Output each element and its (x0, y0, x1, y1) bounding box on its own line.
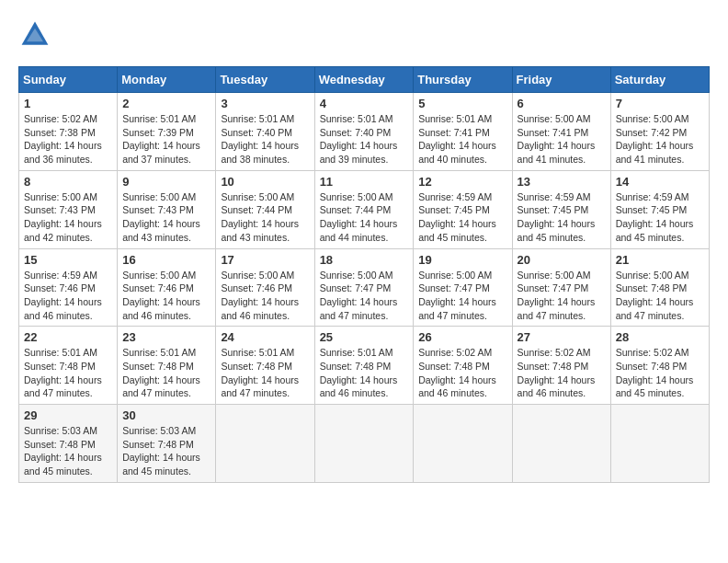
day-number: 2 (122, 97, 210, 110)
calendar-cell: 29 Sunrise: 5:03 AM Sunset: 7:48 PM Dayl… (19, 405, 118, 483)
day-info: Sunrise: 4:59 AM Sunset: 7:45 PM Dayligh… (616, 190, 704, 245)
day-number: 28 (616, 330, 704, 344)
calendar-cell: 18 Sunrise: 5:00 AM Sunset: 7:47 PM Dayl… (314, 248, 414, 327)
calendar-cell: 14 Sunrise: 4:59 AM Sunset: 7:45 PM Dayl… (610, 170, 709, 248)
calendar-cell: 21 Sunrise: 5:00 AM Sunset: 7:48 PM Dayl… (610, 248, 709, 327)
calendar-table: Sunday Monday Tuesday Wednesday Thursday… (18, 66, 710, 483)
calendar-cell (216, 405, 314, 483)
day-info: Sunrise: 5:01 AM Sunset: 7:39 PM Dayligh… (122, 112, 210, 167)
day-info: Sunrise: 5:01 AM Sunset: 7:40 PM Dayligh… (221, 112, 309, 167)
day-number: 12 (418, 175, 506, 189)
calendar-cell: 11 Sunrise: 5:00 AM Sunset: 7:44 PM Dayl… (314, 170, 414, 248)
calendar-cell (512, 405, 610, 483)
calendar-cell: 19 Sunrise: 5:00 AM Sunset: 7:47 PM Dayl… (414, 248, 512, 327)
day-info: Sunrise: 5:00 AM Sunset: 7:43 PM Dayligh… (122, 190, 210, 245)
calendar-cell (610, 405, 709, 483)
day-info: Sunrise: 5:02 AM Sunset: 7:48 PM Dayligh… (418, 346, 506, 400)
day-number: 26 (418, 330, 506, 344)
header-thursday: Thursday (414, 67, 512, 93)
header-sunday: Sunday (19, 67, 118, 93)
day-number: 17 (221, 253, 309, 267)
calendar-cell: 3 Sunrise: 5:01 AM Sunset: 7:40 PM Dayli… (216, 93, 314, 171)
calendar-cell: 15 Sunrise: 4:59 AM Sunset: 7:46 PM Dayl… (19, 248, 118, 327)
day-info: Sunrise: 5:02 AM Sunset: 7:48 PM Dayligh… (518, 346, 606, 400)
calendar-cell: 6 Sunrise: 5:00 AM Sunset: 7:41 PM Dayli… (512, 93, 610, 171)
day-info: Sunrise: 5:00 AM Sunset: 7:47 PM Dayligh… (418, 269, 506, 323)
day-number: 5 (418, 97, 506, 110)
header-friday: Friday (512, 67, 610, 93)
day-number: 18 (320, 253, 409, 267)
day-info: Sunrise: 5:02 AM Sunset: 7:38 PM Dayligh… (24, 112, 112, 167)
day-info: Sunrise: 5:03 AM Sunset: 7:48 PM Dayligh… (24, 424, 112, 478)
day-info: Sunrise: 5:00 AM Sunset: 7:48 PM Dayligh… (616, 269, 704, 323)
day-info: Sunrise: 4:59 AM Sunset: 7:45 PM Dayligh… (418, 190, 506, 245)
page-header (18, 18, 710, 52)
day-info: Sunrise: 5:00 AM Sunset: 7:44 PM Dayligh… (320, 190, 409, 245)
day-number: 1 (24, 97, 112, 110)
day-number: 7 (616, 97, 704, 110)
day-number: 29 (24, 408, 112, 422)
calendar-cell: 16 Sunrise: 5:00 AM Sunset: 7:46 PM Dayl… (118, 248, 216, 327)
day-number: 15 (24, 253, 112, 267)
calendar-cell: 22 Sunrise: 5:01 AM Sunset: 7:48 PM Dayl… (19, 327, 118, 405)
calendar-cell: 13 Sunrise: 4:59 AM Sunset: 7:45 PM Dayl… (512, 170, 610, 248)
calendar-cell: 24 Sunrise: 5:01 AM Sunset: 7:48 PM Dayl… (216, 327, 314, 405)
calendar-cell: 7 Sunrise: 5:00 AM Sunset: 7:42 PM Dayli… (610, 93, 709, 171)
calendar-cell: 1 Sunrise: 5:02 AM Sunset: 7:38 PM Dayli… (19, 93, 118, 171)
calendar-cell: 8 Sunrise: 5:00 AM Sunset: 7:43 PM Dayli… (19, 170, 118, 248)
day-info: Sunrise: 5:01 AM Sunset: 7:48 PM Dayligh… (320, 346, 409, 400)
day-number: 24 (221, 330, 309, 344)
logo-icon (18, 18, 51, 52)
calendar-cell: 20 Sunrise: 5:00 AM Sunset: 7:47 PM Dayl… (512, 248, 610, 327)
calendar-body: 1 Sunrise: 5:02 AM Sunset: 7:38 PM Dayli… (19, 93, 710, 483)
calendar-cell (314, 405, 414, 483)
day-number: 11 (320, 175, 409, 189)
day-info: Sunrise: 5:01 AM Sunset: 7:48 PM Dayligh… (221, 346, 309, 400)
calendar-cell: 28 Sunrise: 5:02 AM Sunset: 7:48 PM Dayl… (610, 327, 709, 405)
calendar-week-row: 1 Sunrise: 5:02 AM Sunset: 7:38 PM Dayli… (19, 93, 710, 171)
day-number: 8 (24, 175, 112, 189)
calendar-cell: 5 Sunrise: 5:01 AM Sunset: 7:41 PM Dayli… (414, 93, 512, 171)
calendar-cell: 12 Sunrise: 4:59 AM Sunset: 7:45 PM Dayl… (414, 170, 512, 248)
calendar-cell: 27 Sunrise: 5:02 AM Sunset: 7:48 PM Dayl… (512, 327, 610, 405)
calendar-cell: 25 Sunrise: 5:01 AM Sunset: 7:48 PM Dayl… (314, 327, 414, 405)
calendar-week-row: 15 Sunrise: 4:59 AM Sunset: 7:46 PM Dayl… (19, 248, 710, 327)
calendar-cell: 2 Sunrise: 5:01 AM Sunset: 7:39 PM Dayli… (118, 93, 216, 171)
calendar-header-row: Sunday Monday Tuesday Wednesday Thursday… (19, 67, 710, 93)
header-tuesday: Tuesday (216, 67, 314, 93)
day-info: Sunrise: 5:01 AM Sunset: 7:48 PM Dayligh… (24, 346, 112, 400)
day-info: Sunrise: 5:00 AM Sunset: 7:44 PM Dayligh… (221, 190, 309, 245)
day-info: Sunrise: 5:00 AM Sunset: 7:42 PM Dayligh… (616, 112, 704, 167)
day-info: Sunrise: 5:00 AM Sunset: 7:47 PM Dayligh… (320, 269, 409, 323)
day-info: Sunrise: 5:02 AM Sunset: 7:48 PM Dayligh… (616, 346, 704, 400)
day-number: 25 (320, 330, 409, 344)
day-number: 14 (616, 175, 704, 189)
day-number: 4 (320, 97, 409, 110)
header-wednesday: Wednesday (314, 67, 414, 93)
day-info: Sunrise: 5:01 AM Sunset: 7:41 PM Dayligh… (418, 112, 506, 167)
calendar-week-row: 29 Sunrise: 5:03 AM Sunset: 7:48 PM Dayl… (19, 405, 710, 483)
day-info: Sunrise: 5:00 AM Sunset: 7:43 PM Dayligh… (24, 190, 112, 245)
day-number: 23 (122, 330, 210, 344)
day-number: 10 (221, 175, 309, 189)
day-info: Sunrise: 5:00 AM Sunset: 7:41 PM Dayligh… (518, 112, 606, 167)
calendar-week-row: 22 Sunrise: 5:01 AM Sunset: 7:48 PM Dayl… (19, 327, 710, 405)
day-info: Sunrise: 5:00 AM Sunset: 7:46 PM Dayligh… (122, 269, 210, 323)
calendar-cell: 10 Sunrise: 5:00 AM Sunset: 7:44 PM Dayl… (216, 170, 314, 248)
day-number: 30 (122, 408, 210, 422)
calendar-cell: 17 Sunrise: 5:00 AM Sunset: 7:46 PM Dayl… (216, 248, 314, 327)
day-info: Sunrise: 5:01 AM Sunset: 7:40 PM Dayligh… (320, 112, 409, 167)
day-info: Sunrise: 4:59 AM Sunset: 7:46 PM Dayligh… (24, 269, 112, 323)
day-number: 3 (221, 97, 309, 110)
day-info: Sunrise: 5:00 AM Sunset: 7:47 PM Dayligh… (518, 269, 606, 323)
day-info: Sunrise: 5:03 AM Sunset: 7:48 PM Dayligh… (122, 424, 210, 478)
logo (18, 18, 55, 52)
calendar-cell: 26 Sunrise: 5:02 AM Sunset: 7:48 PM Dayl… (414, 327, 512, 405)
header-saturday: Saturday (610, 67, 709, 93)
calendar-cell: 23 Sunrise: 5:01 AM Sunset: 7:48 PM Dayl… (118, 327, 216, 405)
day-number: 27 (518, 330, 606, 344)
day-number: 13 (518, 175, 606, 189)
day-info: Sunrise: 5:01 AM Sunset: 7:48 PM Dayligh… (122, 346, 210, 400)
calendar-cell: 9 Sunrise: 5:00 AM Sunset: 7:43 PM Dayli… (118, 170, 216, 248)
day-number: 6 (518, 97, 606, 110)
